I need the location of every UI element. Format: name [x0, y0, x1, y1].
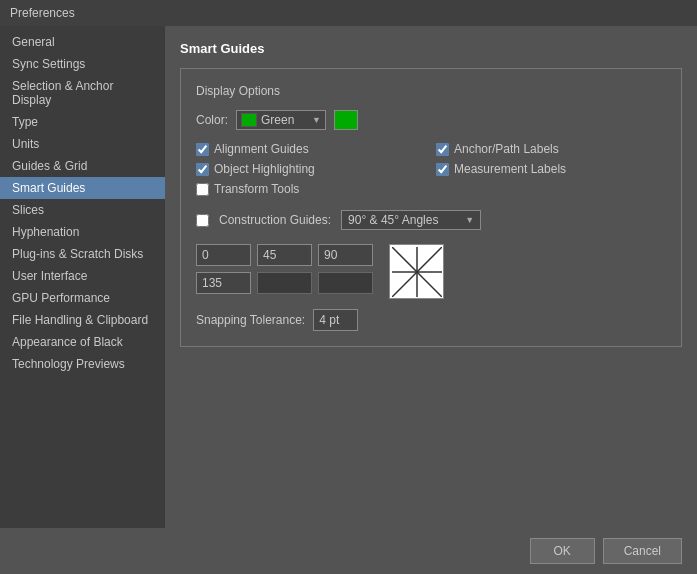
sidebar-item-selection-anchor[interactable]: Selection & Anchor Display: [0, 75, 165, 111]
ok-button[interactable]: OK: [530, 538, 595, 564]
angle-inputs-row: [196, 244, 666, 299]
angle-diagram: [389, 244, 444, 299]
checkbox-transform-tools: Transform Tools: [196, 182, 426, 196]
sidebar-item-plug-ins-scratch[interactable]: Plug-ins & Scratch Disks: [0, 243, 165, 265]
angle-inputs-col-right: [318, 244, 373, 294]
color-swatch-small: [241, 113, 257, 127]
sidebar-item-technology-previews[interactable]: Technology Previews: [0, 353, 165, 375]
angle-input-empty1[interactable]: [257, 272, 312, 294]
sidebar: General Sync Settings Selection & Anchor…: [0, 26, 165, 528]
angle-input-45[interactable]: [257, 244, 312, 266]
title-bar: Preferences: [0, 0, 697, 26]
chevron-down-icon: ▼: [312, 115, 321, 125]
transform-tools-label: Transform Tools: [214, 182, 299, 196]
angle-input-135[interactable]: [196, 272, 251, 294]
angle-dropdown[interactable]: 90° & 45° Angles ▼: [341, 210, 481, 230]
angle-chevron-down-icon: ▼: [465, 215, 474, 225]
angle-input-empty2[interactable]: [318, 272, 373, 294]
construction-guides-checkbox[interactable]: [196, 214, 209, 227]
section-title: Smart Guides: [180, 41, 682, 56]
color-swatch-large[interactable]: [334, 110, 358, 130]
color-row: Color: Green ▼: [196, 110, 666, 130]
display-options-box: Display Options Color: Green ▼ Alignment…: [180, 68, 682, 347]
sidebar-item-file-handling[interactable]: File Handling & Clipboard: [0, 309, 165, 331]
anchor-path-labels-label: Anchor/Path Labels: [454, 142, 559, 156]
transform-tools-checkbox[interactable]: [196, 183, 209, 196]
sidebar-item-sync-settings[interactable]: Sync Settings: [0, 53, 165, 75]
sidebar-item-units[interactable]: Units: [0, 133, 165, 155]
angle-input-0[interactable]: [196, 244, 251, 266]
content-area: Smart Guides Display Options Color: Gree…: [165, 26, 697, 528]
alignment-guides-checkbox[interactable]: [196, 143, 209, 156]
construction-guides-label: Construction Guides:: [219, 213, 331, 227]
checkbox-anchor-path-labels: Anchor/Path Labels: [436, 142, 666, 156]
sidebar-item-appearance-black[interactable]: Appearance of Black: [0, 331, 165, 353]
sidebar-item-guides-grid[interactable]: Guides & Grid: [0, 155, 165, 177]
checkboxes-grid: Alignment Guides Anchor/Path Labels Obje…: [196, 142, 666, 196]
construction-guides-row: Construction Guides: 90° & 45° Angles ▼: [196, 210, 666, 230]
sidebar-item-type[interactable]: Type: [0, 111, 165, 133]
angle-input-90[interactable]: [318, 244, 373, 266]
object-highlighting-label: Object Highlighting: [214, 162, 315, 176]
color-dropdown[interactable]: Green ▼: [236, 110, 326, 130]
angle-dropdown-text: 90° & 45° Angles: [348, 213, 461, 227]
sidebar-item-smart-guides[interactable]: Smart Guides: [0, 177, 165, 199]
title-text: Preferences: [10, 6, 75, 20]
sidebar-item-general[interactable]: General: [0, 31, 165, 53]
bottom-buttons: OK Cancel: [0, 528, 697, 574]
sidebar-item-gpu-performance[interactable]: GPU Performance: [0, 287, 165, 309]
checkbox-object-highlighting: Object Highlighting: [196, 162, 426, 176]
measurement-labels-label: Measurement Labels: [454, 162, 566, 176]
snapping-tolerance-input[interactable]: [313, 309, 358, 331]
anchor-path-labels-checkbox[interactable]: [436, 143, 449, 156]
display-options-label: Display Options: [196, 84, 666, 98]
alignment-guides-label: Alignment Guides: [214, 142, 309, 156]
object-highlighting-checkbox[interactable]: [196, 163, 209, 176]
sidebar-item-user-interface[interactable]: User Interface: [0, 265, 165, 287]
measurement-labels-checkbox[interactable]: [436, 163, 449, 176]
color-dropdown-text: Green: [261, 113, 308, 127]
sidebar-item-hyphenation[interactable]: Hyphenation: [0, 221, 165, 243]
color-label: Color:: [196, 113, 228, 127]
sidebar-item-slices[interactable]: Slices: [0, 199, 165, 221]
angle-inputs-col-mid: [257, 244, 312, 294]
cancel-button[interactable]: Cancel: [603, 538, 682, 564]
snapping-row: Snapping Tolerance:: [196, 309, 666, 331]
checkbox-alignment-guides: Alignment Guides: [196, 142, 426, 156]
snapping-tolerance-label: Snapping Tolerance:: [196, 313, 305, 327]
angle-inputs-col-left: [196, 244, 251, 294]
checkbox-measurement-labels: Measurement Labels: [436, 162, 666, 176]
